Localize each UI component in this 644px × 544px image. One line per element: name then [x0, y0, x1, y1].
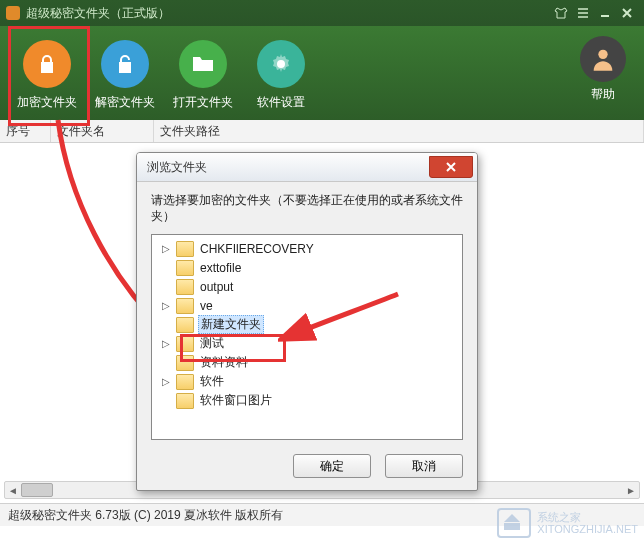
decrypt-folder-label: 解密文件夹	[95, 94, 155, 111]
folder-tree[interactable]: ▷CHKFIlERECOVERYexttofileoutput▷ve新建文件夹▷…	[151, 234, 463, 440]
decrypt-folder-button[interactable]: 解密文件夹	[86, 36, 164, 111]
toolbar: 加密文件夹 解密文件夹 打开文件夹 软件设置 帮助	[0, 26, 644, 120]
tree-item-label: output	[200, 280, 233, 294]
title-skin-button[interactable]	[550, 3, 572, 23]
lock-open-icon	[101, 40, 149, 88]
titlebar: 超级秘密文件夹（正式版）	[0, 0, 644, 26]
dialog-titlebar[interactable]: 浏览文件夹	[137, 153, 477, 182]
col-name-header[interactable]: 文件夹名	[51, 120, 154, 142]
settings-label: 软件设置	[257, 94, 305, 111]
tree-item[interactable]: 新建文件夹	[154, 315, 460, 334]
tree-item-label: ve	[200, 299, 213, 313]
folder-icon	[179, 40, 227, 88]
app-icon	[6, 6, 20, 20]
cancel-button[interactable]: 取消	[385, 454, 463, 478]
tree-item[interactable]: ▷软件	[154, 372, 460, 391]
folder-icon	[176, 355, 194, 371]
tree-item[interactable]: ▷CHKFIlERECOVERY	[154, 239, 460, 258]
folder-icon	[176, 241, 194, 257]
scroll-thumb[interactable]	[21, 483, 53, 497]
tree-item[interactable]: exttofile	[154, 258, 460, 277]
status-bar: 超级秘密文件夹 6.73版 (C) 2019 夏冰软件 版权所有	[0, 503, 644, 526]
title-menu-button[interactable]	[572, 3, 594, 23]
folder-icon	[176, 393, 194, 409]
gear-icon	[257, 40, 305, 88]
tree-item[interactable]: output	[154, 277, 460, 296]
expand-icon[interactable]: ▷	[160, 300, 172, 311]
col-seq-header[interactable]: 序号	[0, 120, 51, 142]
scroll-left-arrow[interactable]: ◄	[5, 483, 21, 497]
folder-icon	[176, 260, 194, 276]
tree-item-label: 软件窗口图片	[200, 393, 272, 407]
expand-icon[interactable]: ▷	[160, 338, 172, 349]
dialog-instruction: 请选择要加密的文件夹（不要选择正在使用的或者系统文件夹）	[151, 192, 463, 224]
encrypt-folder-label: 加密文件夹	[17, 94, 77, 111]
folder-icon	[176, 279, 194, 295]
col-path-header[interactable]: 文件夹路径	[154, 120, 644, 142]
folder-icon	[176, 317, 194, 333]
dialog-close-button[interactable]	[429, 156, 473, 178]
svg-point-1	[598, 50, 607, 59]
tree-item-label: 测试	[200, 336, 224, 350]
tree-item[interactable]: 资料资料	[154, 353, 460, 372]
dialog-title-text: 浏览文件夹	[147, 159, 207, 176]
browse-folder-dialog: 浏览文件夹 请选择要加密的文件夹（不要选择正在使用的或者系统文件夹） ▷CHKF…	[136, 152, 478, 491]
tree-item[interactable]: ▷测试	[154, 334, 460, 353]
open-folder-label: 打开文件夹	[173, 94, 233, 111]
help-label: 帮助	[591, 86, 615, 103]
user-avatar-icon	[580, 36, 626, 82]
tree-item-label: 资料资料	[200, 355, 248, 369]
folder-icon	[176, 374, 194, 390]
minimize-button[interactable]	[594, 3, 616, 23]
window-title: 超级秘密文件夹（正式版）	[26, 5, 170, 22]
ok-button[interactable]: 确定	[293, 454, 371, 478]
tree-item-label: exttofile	[200, 261, 241, 275]
open-folder-button[interactable]: 打开文件夹	[164, 36, 242, 111]
folder-icon	[176, 298, 194, 314]
tree-item-label: CHKFIlERECOVERY	[200, 242, 314, 256]
tree-item[interactable]: ▷ve	[154, 296, 460, 315]
close-button[interactable]	[616, 3, 638, 23]
expand-icon[interactable]: ▷	[160, 376, 172, 387]
list-column-header: 序号 文件夹名 文件夹路径	[0, 120, 644, 143]
status-text: 超级秘密文件夹 6.73版 (C) 2019 夏冰软件 版权所有	[8, 507, 283, 524]
folder-icon	[176, 336, 194, 352]
tree-item-label: 软件	[200, 374, 224, 388]
tree-item-label: 新建文件夹	[201, 317, 261, 331]
tree-item[interactable]: 软件窗口图片	[154, 391, 460, 410]
settings-button[interactable]: 软件设置	[242, 36, 320, 111]
encrypt-folder-button[interactable]: 加密文件夹	[8, 36, 86, 111]
expand-icon[interactable]: ▷	[160, 243, 172, 254]
help-button[interactable]: 帮助	[580, 36, 626, 103]
scroll-right-arrow[interactable]: ►	[623, 483, 639, 497]
lock-closed-icon	[23, 40, 71, 88]
